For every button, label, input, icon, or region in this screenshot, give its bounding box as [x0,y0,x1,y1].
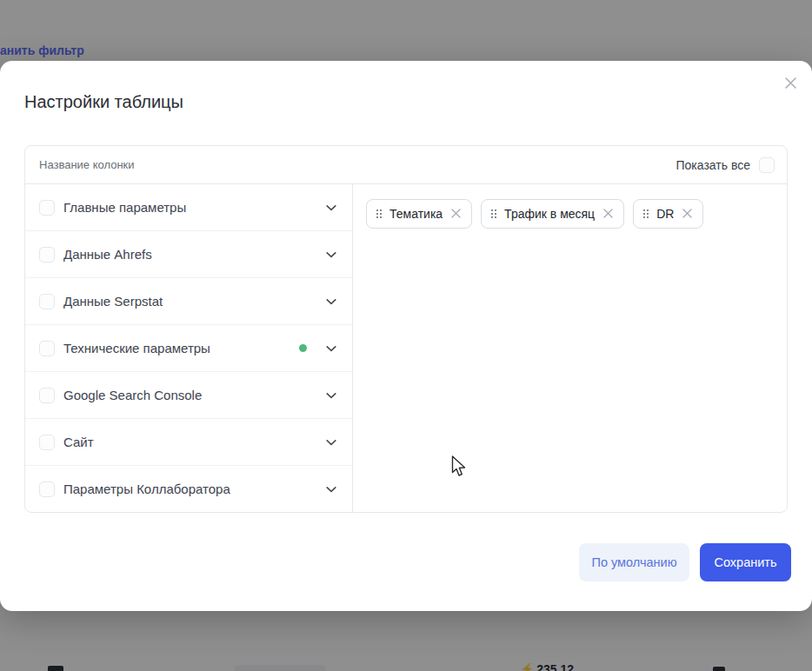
group-label: Данные Ahrefs [63,247,152,262]
group-label: Сайт [63,435,94,449]
group-checkbox[interactable] [39,247,55,262]
chevron-down-icon[interactable] [324,342,338,355]
drag-handle-icon[interactable] [376,209,382,218]
group-label: Google Search Console [63,388,202,402]
chip-remove-icon[interactable] [450,208,462,221]
chevron-down-icon[interactable] [324,201,338,215]
chip-remove-icon[interactable] [682,208,693,221]
chip-remove-icon[interactable] [602,208,614,221]
chevron-down-icon[interactable] [324,389,338,402]
selected-indicator-dot [299,344,307,352]
show-all-checkbox[interactable] [759,157,775,173]
selected-column-chip[interactable]: Трафик в месяц [481,199,624,229]
column-name-label: Название колонки [39,158,135,171]
chevron-down-icon[interactable] [324,248,338,262]
parameter-group-row[interactable]: Технические параметры [25,325,352,372]
group-label: Параметры Коллаборатора [63,482,230,496]
group-checkbox[interactable] [39,435,55,450]
chip-label: DR [656,207,674,221]
chip-label: Трафик в месяц [504,207,595,221]
columns-panel: Название колонки Показать все Главные па… [24,145,788,513]
parameter-group-row[interactable]: Сайт [25,419,352,466]
default-button[interactable]: По умолчанию [579,543,689,581]
chevron-down-icon[interactable] [324,295,338,309]
chevron-down-icon[interactable] [324,435,338,449]
panel-body: Главные параметры Данные Ahrefs Данные S… [25,184,787,512]
drag-handle-icon[interactable] [643,209,649,218]
dialog-footer: По умолчанию Сохранить [579,543,791,581]
group-label: Технические параметры [63,341,210,355]
parameter-group-row[interactable]: Данные Ahrefs [25,231,352,278]
panel-header: Название колонки Показать все [25,146,787,184]
group-checkbox[interactable] [39,200,55,216]
group-checkbox[interactable] [39,482,55,497]
drag-handle-icon[interactable] [491,209,496,218]
show-all-label: Показать все [676,158,750,172]
parameter-group-row[interactable]: Главные параметры [25,184,352,231]
parameter-group-row[interactable]: Данные Serpstat [25,278,352,325]
save-button[interactable]: Сохранить [700,543,791,581]
group-checkbox[interactable] [39,341,55,356]
selected-column-chip[interactable]: Тематика [366,199,472,229]
chip-label: Тематика [389,207,443,221]
selected-column-chip[interactable]: DR [633,199,703,229]
dialog-title: Настройки таблицы [24,92,183,112]
group-label: Данные Serpstat [63,294,163,309]
table-settings-dialog: Настройки таблицы Название колонки Показ… [0,61,812,611]
parameter-groups-list: Главные параметры Данные Ahrefs Данные S… [25,184,353,512]
group-label: Главные параметры [63,200,186,215]
group-checkbox[interactable] [39,388,55,403]
close-icon[interactable] [780,72,801,93]
group-checkbox[interactable] [39,294,55,309]
chevron-down-icon[interactable] [324,482,338,496]
parameter-group-row[interactable]: Параметры Коллаборатора [25,466,352,512]
parameter-group-row[interactable]: Google Search Console [25,372,352,419]
selected-columns-area: Тематика Трафик в месяц DR [353,184,787,512]
